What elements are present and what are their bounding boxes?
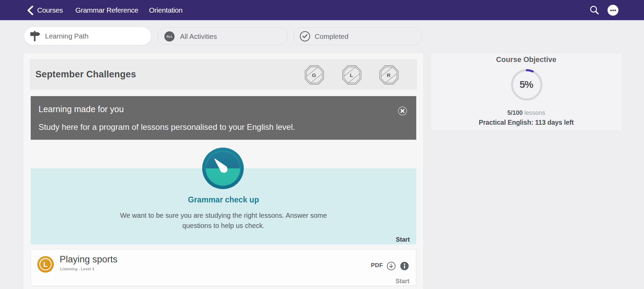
svg-text:L: L	[350, 72, 353, 78]
svg-text:R: R	[387, 72, 390, 78]
svg-text:G: G	[312, 72, 316, 78]
svg-text:L: L	[43, 260, 48, 268]
